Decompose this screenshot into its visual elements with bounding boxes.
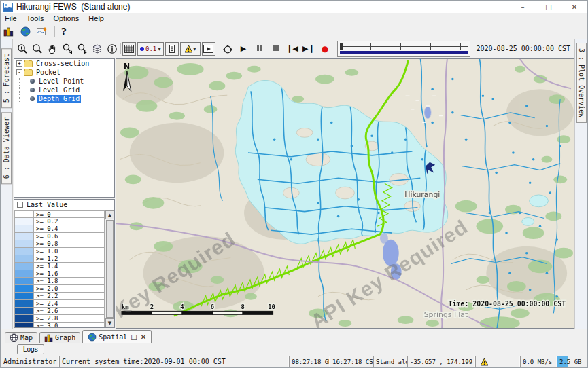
folder-icon (24, 60, 33, 67)
contour-interval-dropdown[interactable]: 0.1 ▼ (137, 42, 164, 56)
legend-row-label: >= 2.4 (34, 300, 105, 308)
dock-tab-plot-overview[interactable]: 3 : Plot Overview (576, 43, 587, 123)
legend-row[interactable]: >= 0.2 (14, 218, 105, 225)
status-user: Administrator (1, 356, 59, 367)
dock-tab-data-viewer[interactable]: 6 : Data Viewer (1, 112, 12, 184)
window-title: Hikurangi FEWS (Stand alone) (16, 2, 130, 12)
legend-scrollbar[interactable]: ▲ ▼ (105, 210, 114, 327)
tab-spatial[interactable]: Spatial □ ✕ (82, 330, 152, 343)
record-button[interactable]: ● (317, 44, 332, 54)
legend-row[interactable]: >= 1.2 (14, 255, 105, 263)
last-value-checkbox[interactable] (17, 202, 23, 208)
grid-display-button[interactable] (122, 42, 136, 56)
zoom-next-icon[interactable] (75, 42, 89, 56)
legend-row[interactable]: >= 0.6 (14, 233, 105, 240)
legend-row[interactable]: >= 1.8 (14, 278, 105, 285)
logs-row: Logs (1, 343, 587, 356)
tree-item-label: Cross-section (35, 60, 90, 67)
tree-item-level-point[interactable]: Level Point (14, 77, 114, 86)
legend-row[interactable]: >= 1.4 (14, 263, 105, 270)
dock-tab-forecast[interactable]: 5 : Forecast (1, 48, 12, 108)
skip-to-end-button[interactable]: ▶❙ (301, 44, 316, 53)
warning-filter-button[interactable]: ▼ (180, 42, 201, 56)
legend-row-label: >= 0.6 (34, 233, 105, 240)
database-viewer-icon[interactable] (3, 26, 14, 37)
tree-item-level-grid[interactable]: Level Grid (14, 86, 114, 94)
menu-file[interactable]: File (5, 14, 17, 22)
info-icon[interactable] (105, 42, 119, 56)
tree-item-label: Level Grid (37, 86, 81, 94)
legend-row[interactable]: >= 0.4 (14, 225, 105, 233)
tree-node-icon (30, 96, 35, 101)
svg-text:6: 6 (211, 303, 214, 310)
legend-row-label: >= 2.6 (34, 308, 105, 315)
zoom-in-icon[interactable] (16, 42, 29, 56)
play-button[interactable]: ▶ (236, 44, 251, 53)
pan-icon[interactable] (46, 42, 59, 56)
legend-row[interactable]: >= 0.8 (14, 240, 105, 248)
legend-row[interactable]: >= 1.0 (14, 248, 105, 255)
pause-button[interactable] (252, 44, 267, 53)
legend-color-swatch (14, 270, 34, 278)
stop-button[interactable] (269, 44, 283, 53)
globe-wireframe-icon (10, 333, 18, 342)
zoom-out-icon[interactable] (31, 42, 44, 56)
app-logo-icon (3, 3, 13, 12)
legend-row[interactable]: >= 2.2 (14, 293, 105, 300)
spatial-maximize-icon[interactable]: □ (131, 333, 137, 341)
zoom-previous-icon[interactable] (60, 42, 74, 56)
minimize-icon[interactable]: – (510, 1, 536, 13)
menu-options[interactable]: Options (53, 14, 79, 22)
legend-color-swatch (14, 315, 34, 323)
legend-row-label: >= 2.2 (34, 293, 105, 300)
map-area[interactable]: N Hikurangi Springs Flat Time: 2020-08-2… (116, 58, 574, 329)
status-warning-cell[interactable] (475, 356, 520, 367)
tree-item-depth-grid[interactable]: Depth Grid (14, 94, 114, 103)
skip-to-begin-button[interactable]: ❙◀ (285, 44, 300, 53)
town-label: Hikurangi (404, 190, 440, 199)
legend-color-swatch (14, 218, 34, 225)
timeline-handle[interactable] (340, 43, 343, 50)
legend-color-swatch (14, 255, 34, 263)
legend-row[interactable]: >= 2.8 (14, 315, 105, 323)
maximize-icon[interactable]: □ (536, 1, 561, 13)
legend-row-label: >= 1.4 (34, 263, 105, 270)
legend-row[interactable]: >= 0 (14, 210, 105, 218)
legend-row[interactable]: >= 2.4 (14, 300, 105, 308)
tree-expander-icon[interactable]: - (16, 69, 22, 75)
legend-panel: Last Value >= 0>= 0.2>= 0.4>= 0.6>= 0.8>… (14, 199, 115, 328)
map-canvas[interactable]: N Hikurangi Springs Flat Time: 2020-08-2… (116, 59, 574, 328)
legend-row[interactable]: >= 1.6 (14, 270, 105, 278)
status-bar: Administrator Current system time:2020-0… (1, 356, 587, 367)
menu-tools[interactable]: Tools (27, 14, 44, 22)
tree-item-cross-section[interactable]: +Cross-section (14, 59, 114, 68)
animation-settings-icon[interactable] (221, 42, 235, 56)
warning-icon (480, 358, 489, 366)
tab-graph[interactable]: Graph (39, 332, 80, 343)
layers-icon[interactable] (90, 42, 104, 56)
close-icon[interactable]: ✕ (561, 1, 587, 13)
scrollbar-thumb[interactable] (106, 220, 114, 318)
tree-item-pocket[interactable]: -Pocket (14, 68, 114, 77)
animation-player-button[interactable] (202, 42, 215, 56)
scroll-down-icon[interactable]: ▼ (105, 318, 114, 327)
help-button[interactable]: ? (61, 26, 67, 37)
spatial-display-icon[interactable] (20, 26, 31, 37)
svg-text:4: 4 (180, 303, 184, 310)
tab-map[interactable]: Map (5, 332, 37, 343)
legend-row[interactable]: >= 2.0 (14, 285, 105, 293)
legend-button[interactable] (165, 42, 179, 56)
tree-view: +Cross-section-PocketLevel PointLevel Gr… (14, 58, 115, 198)
timeseries-display-icon[interactable] (37, 26, 48, 37)
tree-expander-icon[interactable]: + (16, 60, 22, 67)
legend-row[interactable]: >= 2.6 (14, 308, 105, 315)
menu-help[interactable]: Help (88, 14, 104, 22)
logs-button[interactable]: Logs (17, 344, 44, 354)
spatial-close-icon[interactable]: ✕ (141, 333, 146, 341)
chevron-down-icon: ▼ (158, 46, 161, 51)
timeline-slider[interactable] (337, 41, 470, 57)
chevron-down-icon: ▼ (193, 46, 196, 51)
legend-row[interactable]: >= 3.0 (14, 323, 105, 327)
scroll-up-icon[interactable]: ▲ (105, 210, 114, 219)
map-toolbar: 0.1 ▼ ▼ ▶ ❙◀ (13, 39, 574, 58)
